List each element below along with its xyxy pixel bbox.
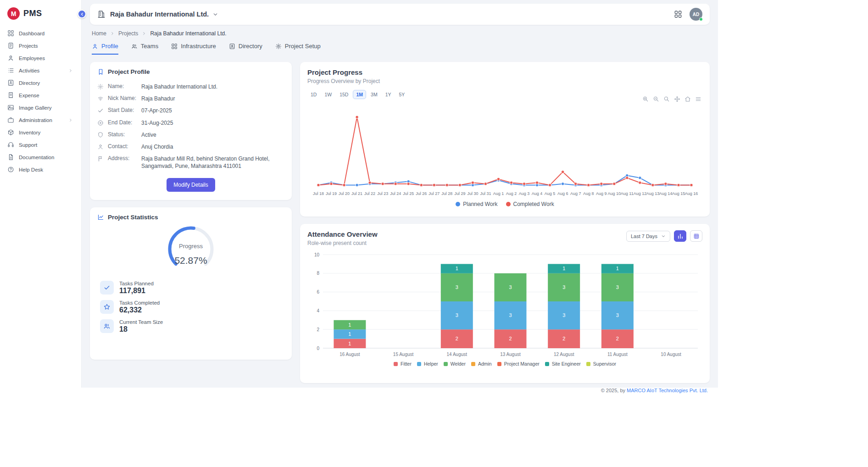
tab-profile[interactable]: Profile bbox=[92, 43, 118, 55]
infrastructure-icon bbox=[171, 43, 178, 50]
breadcrumb-home[interactable]: Home bbox=[92, 30, 106, 37]
expense-icon bbox=[7, 92, 14, 99]
legend-item[interactable]: Completed Work bbox=[506, 201, 554, 207]
svg-text:10: 10 bbox=[314, 252, 320, 257]
range-3m-button[interactable]: 3M bbox=[367, 90, 381, 99]
stat-value: 117,891 bbox=[119, 287, 154, 295]
app-logo[interactable]: M PMS bbox=[0, 6, 81, 27]
sidebar-item-employees[interactable]: Employees bbox=[0, 52, 81, 64]
svg-text:4: 4 bbox=[317, 308, 319, 313]
field-contact: Contact: Anuj Chordia bbox=[97, 141, 284, 153]
svg-text:12 August: 12 August bbox=[554, 352, 574, 357]
chevron-down-icon bbox=[212, 11, 218, 17]
apps-grid-icon[interactable] bbox=[674, 10, 682, 18]
field-value: Raja Bahadur bbox=[141, 95, 175, 102]
tab-infrastructure[interactable]: Infrastructure bbox=[171, 43, 216, 55]
range-1w-button[interactable]: 1W bbox=[321, 90, 335, 99]
svg-text:1: 1 bbox=[348, 322, 351, 328]
card-title: Project Profile bbox=[108, 68, 150, 75]
legend-item[interactable]: Planned Work bbox=[456, 201, 497, 207]
tab-directory[interactable]: Directory bbox=[229, 43, 262, 55]
legend-marker bbox=[456, 202, 460, 206]
legend-item[interactable]: Supervisor bbox=[586, 361, 616, 367]
legend-item[interactable]: Site Engineer bbox=[545, 361, 581, 367]
range-1m-button[interactable]: 1M bbox=[353, 90, 366, 99]
sidebar-item-expense[interactable]: Expense bbox=[0, 89, 81, 101]
sidebar-item-label: Administration bbox=[19, 117, 52, 123]
svg-text:Aug 14: Aug 14 bbox=[659, 191, 673, 196]
sidebar-item-image-gallery[interactable]: Image Gallery bbox=[0, 101, 81, 114]
sidebar-item-projects[interactable]: Projects bbox=[0, 39, 81, 52]
range-15d-button[interactable]: 15D bbox=[336, 90, 351, 99]
menu-icon[interactable] bbox=[695, 96, 701, 102]
sidebar-item-dashboard[interactable]: Dashboard bbox=[0, 27, 81, 39]
reset-zoom-home-icon[interactable] bbox=[684, 96, 691, 102]
date-range-value: Last 7 Days bbox=[631, 234, 657, 239]
stat-list: Tasks Planned 117,891 Tasks Completed 62… bbox=[100, 281, 282, 334]
chevron-right-icon bbox=[68, 68, 73, 73]
stat-tasks-completed: Tasks Completed 62,332 bbox=[100, 300, 282, 314]
sidebar-item-directory[interactable]: Directory bbox=[0, 77, 81, 89]
sidebar-item-label: Inventory bbox=[19, 130, 40, 135]
stat-value: 18 bbox=[119, 325, 163, 334]
chevron-down-icon bbox=[661, 234, 666, 239]
sidebar-item-administration[interactable]: Administration bbox=[0, 114, 81, 126]
sidebar-item-inventory[interactable]: Inventory bbox=[0, 126, 81, 139]
tab-label: Profile bbox=[101, 43, 118, 50]
online-status-dot bbox=[699, 17, 703, 21]
sidebar-item-support[interactable]: Support bbox=[0, 139, 81, 151]
field-value: 07-Apr-2025 bbox=[141, 107, 172, 114]
field-label: Name: bbox=[108, 83, 137, 89]
flag-icon bbox=[97, 156, 104, 162]
breadcrumb-projects[interactable]: Projects bbox=[118, 30, 138, 37]
zoom-in-icon[interactable] bbox=[642, 96, 649, 102]
line-chart-legend: Planned WorkCompleted Work bbox=[307, 201, 702, 207]
legend-item[interactable]: Welder bbox=[444, 361, 466, 367]
line-chart[interactable]: Jul 18Jul 19Jul 20Jul 21Jul 22Jul 23Jul … bbox=[307, 107, 702, 198]
footer-company-link[interactable]: MARCO AIoT Technologies Pvt. Ltd. bbox=[627, 388, 708, 393]
range-1y-button[interactable]: 1Y bbox=[382, 90, 395, 99]
svg-text:10 August: 10 August bbox=[661, 352, 681, 357]
tab-project-setup[interactable]: Project Setup bbox=[275, 43, 321, 55]
svg-text:13 August: 13 August bbox=[500, 352, 521, 357]
bar-view-toggle-button[interactable] bbox=[674, 230, 686, 242]
company-selector[interactable]: Raja Bahadur International Ltd. bbox=[110, 11, 218, 18]
x-circle-icon bbox=[97, 120, 104, 126]
field-value: Raja Bahadur Mill Rd, behind Sheraton Gr… bbox=[141, 155, 284, 170]
tab-teams[interactable]: Teams bbox=[131, 43, 158, 55]
shield-icon bbox=[97, 132, 104, 138]
svg-text:0: 0 bbox=[317, 346, 319, 351]
sidebar-item-label: Activities bbox=[19, 68, 39, 73]
legend-label: Welder bbox=[451, 361, 466, 367]
range-1d-button[interactable]: 1D bbox=[307, 90, 320, 99]
bar-chart-icon bbox=[677, 233, 684, 239]
legend-item[interactable]: Fitter bbox=[394, 361, 412, 367]
sidebar-item-documentation[interactable]: Documentation bbox=[0, 151, 81, 163]
bar-chart[interactable]: 024681016 August11115 August14 August233… bbox=[307, 251, 702, 359]
table-view-toggle-button[interactable] bbox=[690, 230, 702, 242]
person-icon bbox=[97, 144, 104, 150]
field-address: Address: Raja Bahadur Mill Rd, behind Sh… bbox=[97, 153, 284, 172]
svg-text:Aug 7: Aug 7 bbox=[570, 191, 581, 196]
legend-item[interactable]: Helper bbox=[417, 361, 438, 367]
sidebar-item-help-desk[interactable]: Help Desk bbox=[0, 163, 81, 176]
svg-text:Aug 4: Aug 4 bbox=[532, 191, 543, 196]
chevron-right-icon bbox=[68, 118, 73, 122]
svg-text:Jul 19: Jul 19 bbox=[326, 191, 337, 196]
svg-text:Aug 8: Aug 8 bbox=[583, 191, 594, 196]
pan-icon[interactable] bbox=[674, 96, 680, 102]
field-start-date: Start Date: 07-Apr-2025 bbox=[97, 105, 284, 117]
modify-details-button[interactable]: Modify Details bbox=[167, 178, 215, 192]
range-5y-button[interactable]: 5Y bbox=[395, 90, 408, 99]
bar-chart-legend: FitterHelperWelderAdminProject ManagerSi… bbox=[307, 361, 702, 367]
date-range-select[interactable]: Last 7 Days bbox=[626, 231, 670, 242]
legend-item[interactable]: Admin bbox=[471, 361, 492, 367]
sidebar-item-activities[interactable]: Activities bbox=[0, 64, 81, 77]
sidebar-collapse-button[interactable] bbox=[78, 10, 86, 18]
legend-item[interactable]: Project Manager bbox=[497, 361, 540, 367]
avatar[interactable]: AD bbox=[690, 8, 702, 21]
svg-text:Jul 24: Jul 24 bbox=[390, 191, 401, 196]
selection-zoom-icon[interactable] bbox=[663, 96, 670, 102]
svg-text:1: 1 bbox=[616, 266, 619, 271]
zoom-out-icon[interactable] bbox=[653, 96, 659, 102]
